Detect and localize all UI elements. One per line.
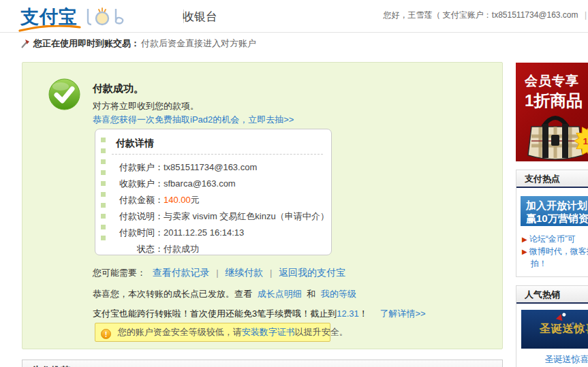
instant-transfer-notice: 您正在使用即时到账交易： 付款后资金直接进入对方账户	[20, 37, 256, 50]
notice-bold-text: 您正在使用即时到账交易：	[33, 37, 140, 50]
popular-sales-header: 人气热销	[516, 286, 588, 304]
recommendation-section-header: 为您推荐	[22, 360, 503, 367]
alipay-logo-text: 支付宝	[20, 7, 78, 27]
learn-more-link[interactable]: 了解详情>>	[380, 308, 425, 319]
badge-text: 1折	[583, 136, 588, 146]
details-title: 付款详情	[116, 138, 154, 150]
growth-points-detail-link[interactable]: 成长点明细	[258, 289, 302, 299]
deadline-date: 12.31	[337, 308, 359, 319]
christmas-promo-link[interactable]: 圣诞送惊喜	[516, 353, 588, 366]
account-text: 支付宝账户：tx851511734@163.com	[443, 10, 578, 20]
growth-points-row: 恭喜您，本次转账的成长点已发放。查看 成长点明细 和 我的等级	[93, 288, 359, 300]
notice-text: 付款后资金直接进入对方账户	[141, 37, 256, 50]
view-payment-records-link[interactable]: 查看付款记录	[153, 267, 210, 278]
detail-row-time: 付款时间：2011.12.25 16:14:13	[95, 225, 327, 241]
hot-topic-item-wrap: 拍！	[522, 257, 588, 270]
detail-row-description: 付款说明：与卖家 visvim 交易红色kinzu（申请中介）	[95, 208, 327, 225]
hot-topic-item: ▶微博时代，微客抢	[522, 245, 588, 257]
member-discount-ad-banner[interactable]: 会员专享 1折商品 1折	[516, 63, 588, 161]
detail-row-amount: 付款金额：140.00元	[95, 192, 327, 208]
interbank-promo-row: 支付宝也能跨行转账啦！首次使用还能免3笔手续费哦！截止到12.31！ 了解详情>…	[93, 308, 426, 320]
detail-row-payee: 收款账户：sfbarca@163.com	[95, 176, 327, 192]
open-plan-banner[interactable]: 加入开放计划 赢10万营销资	[521, 196, 588, 226]
greeting-text: 您好，王雪莲（	[383, 10, 440, 20]
weibo-link[interactable]: 微博时代，微客抢	[529, 246, 588, 256]
lab-bulb-icon	[84, 7, 127, 27]
payment-hot-topics-panel: 支付热点 加入开放计划 赢10万营销资 ▶论坛“金币”可 ▶微博时代，微客抢 拍…	[516, 170, 588, 277]
hot-topics-header: 支付热点	[516, 170, 588, 188]
dashed-divider	[112, 154, 323, 155]
detail-row-status: 状态：付款成功	[95, 241, 327, 257]
christmas-promo-image[interactable]: 圣诞送惊喜	[521, 310, 588, 349]
user-info: 您好，王雪莲（ 支付宝账户：tx851511734@163.com |	[383, 10, 588, 21]
arrow-bullet-icon: ▶	[522, 248, 527, 255]
action-links-row: 您可能需要： 查看付款记录 | 继续付款 | 返回我的支付宝	[93, 267, 350, 279]
success-subtitle: 对方将立即收到您的款项。	[93, 100, 199, 112]
hot-topic-item: ▶论坛“金币”可	[522, 233, 588, 245]
exclamation-icon: !	[101, 329, 111, 339]
actions-prefix: 您可能需要：	[93, 268, 146, 278]
hammer-icon	[20, 39, 31, 49]
weibo-link-line2[interactable]: 拍！	[531, 259, 547, 268]
amount-value: 140.00	[164, 195, 191, 205]
forum-coins-link[interactable]: 论坛“金币”可	[529, 234, 576, 244]
back-to-my-alipay-link[interactable]: 返回我的支付宝	[279, 267, 345, 278]
success-title: 付款成功。	[93, 82, 144, 95]
header-separator: |	[585, 10, 587, 20]
starburst-icon: 1折	[574, 125, 588, 157]
page-title: 收银台	[183, 9, 217, 25]
install-certificate-link[interactable]: 安装数字证书	[242, 327, 295, 337]
page-header: 支付宝 收银台 您好，王雪莲（ 支付宝账户：tx851511734@163.co…	[0, 0, 588, 33]
continue-payment-link[interactable]: 继续付款	[225, 267, 263, 278]
ad-line1: 会员专享	[525, 72, 579, 90]
detail-row-payer: 付款账户：tx851511734@163.com	[95, 159, 327, 176]
popular-sales-panel: 人气热销 圣诞送惊喜 圣诞送惊喜	[516, 285, 588, 367]
alipay-logo[interactable]: 支付宝	[20, 5, 127, 29]
ipad2-lottery-link[interactable]: 恭喜您获得一次免费抽取iPad2的机会，立即去抽>>	[93, 114, 294, 126]
arrow-bullet-icon: ▶	[522, 236, 527, 243]
santa-hat-icon	[556, 313, 564, 321]
my-level-link[interactable]: 我的等级	[321, 289, 356, 299]
payment-details-card: 付款详情 付款账户：tx851511734@163.com 收款账户：sfbar…	[95, 129, 332, 255]
check-circle-icon	[48, 78, 80, 110]
security-alert: ! 您的账户资金安全等级较低，请安装数字证书以提升安全。	[95, 323, 330, 342]
logo-swoosh-icon	[18, 25, 82, 32]
payment-result-panel: 付款成功。 对方将立即收到您的款项。 恭喜您获得一次免费抽取iPad2的机会，立…	[22, 62, 503, 349]
